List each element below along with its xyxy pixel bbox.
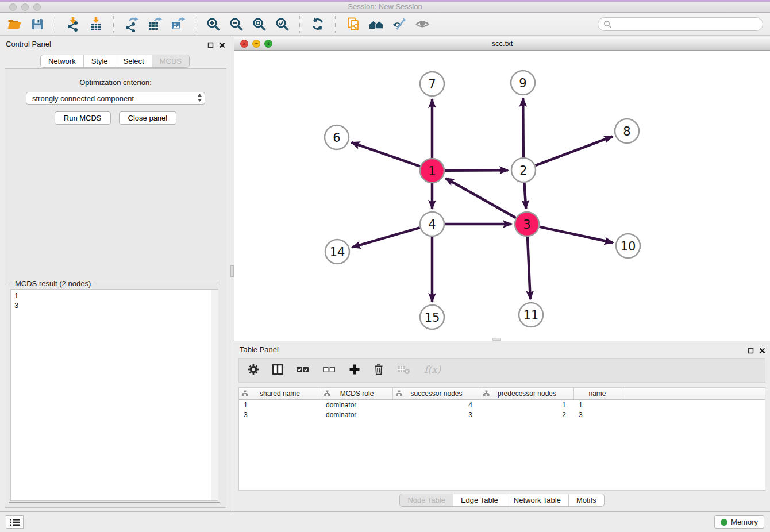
graph-node-11[interactable]: 11: [519, 303, 543, 327]
network-window-titlebar[interactable]: ✕ − + scc.txt: [234, 37, 770, 51]
graph-edge-2-8[interactable]: [536, 137, 613, 166]
network-canvas[interactable]: 7968124314101511: [234, 51, 770, 341]
float-panel-icon[interactable]: [207, 40, 214, 51]
close-panel-icon[interactable]: [219, 40, 225, 51]
zoom-fit-button[interactable]: [251, 16, 268, 33]
vertical-splitter[interactable]: [230, 36, 234, 511]
plus-icon: [348, 363, 361, 376]
graph-node-9[interactable]: 9: [511, 71, 535, 95]
run-mcds-button[interactable]: Run MCDS: [55, 111, 111, 125]
graph-edge-3-1[interactable]: [446, 178, 516, 218]
export-network-icon: [124, 17, 139, 32]
export-table-button[interactable]: [146, 16, 163, 33]
table-row[interactable]: 3dominator323: [239, 410, 765, 419]
tab-mcds[interactable]: MCDS: [152, 55, 189, 67]
graph-edge-3-10[interactable]: [540, 227, 613, 243]
graph-node-6[interactable]: 6: [325, 125, 349, 149]
zoom-selected-button[interactable]: [274, 16, 291, 33]
minimize-network-button[interactable]: −: [252, 40, 260, 48]
graph-edge-2-9[interactable]: [523, 98, 523, 157]
task-history-button[interactable]: [6, 515, 24, 529]
close-panel-button[interactable]: Close panel: [119, 111, 177, 125]
column-tree-icon: [242, 390, 248, 398]
close-table-panel-icon[interactable]: [759, 346, 765, 356]
column-header-predecessor-nodes[interactable]: predecessor nodes: [480, 388, 574, 399]
delete-table-button[interactable]: [396, 363, 411, 378]
table-tab-edge-table[interactable]: Edge Table: [453, 494, 506, 506]
graph-node-1[interactable]: 1: [420, 159, 444, 183]
show-all-button[interactable]: [414, 16, 431, 33]
maximize-network-button[interactable]: +: [264, 40, 272, 48]
table-settings-gear-button[interactable]: [247, 363, 260, 378]
table-panel-title: Table Panel: [240, 345, 279, 354]
import-network-button[interactable]: [64, 16, 82, 33]
svg-text:4: 4: [428, 218, 436, 232]
graph-node-3[interactable]: 3: [515, 212, 539, 236]
maximize-window-button[interactable]: [33, 3, 41, 11]
graph-node-8[interactable]: 8: [615, 119, 639, 143]
result-scrollbar[interactable]: [211, 290, 218, 500]
tab-network[interactable]: Network: [41, 55, 83, 67]
graph-node-10[interactable]: 10: [616, 234, 640, 258]
update-view-button[interactable]: [309, 16, 326, 33]
duplicate-network-button[interactable]: [345, 16, 362, 33]
search-box[interactable]: [598, 17, 763, 31]
zoom-in-button[interactable]: [205, 16, 222, 33]
home-button[interactable]: [368, 16, 385, 33]
add-column-button[interactable]: [348, 363, 361, 378]
column-header-mcds-role[interactable]: MCDS role: [321, 388, 393, 399]
float-table-panel-icon[interactable]: [748, 346, 754, 356]
column-tree-icon: [396, 390, 402, 398]
open-file-button[interactable]: [6, 16, 23, 33]
memory-button[interactable]: Memory: [714, 515, 764, 529]
control-panel-tabs: NetworkStyleSelectMCDS: [40, 55, 190, 68]
mcds-result-list[interactable]: 1 3: [10, 289, 218, 501]
graph-edge-2-3[interactable]: [524, 183, 526, 209]
svg-text:11: 11: [523, 309, 539, 322]
export-image-icon: [170, 17, 185, 32]
import-table-button[interactable]: [87, 16, 105, 33]
graph-node-2[interactable]: 2: [511, 158, 536, 182]
zoom-out-button[interactable]: [228, 16, 245, 33]
tab-select[interactable]: Select: [116, 55, 152, 67]
column-header-shared-name[interactable]: shared name: [239, 388, 321, 399]
status-bar: Memory: [0, 511, 770, 532]
graph-edge-4-14[interactable]: [352, 228, 420, 247]
canvas-bottom-grip[interactable]: [492, 338, 501, 341]
table-row[interactable]: 1dominator411: [239, 400, 765, 410]
hide-selected-button[interactable]: [391, 16, 408, 33]
minimize-window-button[interactable]: [21, 3, 29, 11]
save-session-button[interactable]: [29, 16, 46, 33]
list-icon: [10, 518, 20, 526]
cell-mcds-role: dominator: [321, 401, 393, 409]
graph-edge-1-6[interactable]: [351, 142, 420, 167]
table-toolbar: f(x): [238, 358, 765, 383]
table-tab-node-table[interactable]: Node Table: [400, 494, 453, 506]
svg-text:6: 6: [333, 131, 340, 145]
deselect-all-button[interactable]: [322, 363, 337, 378]
graph-edge-1-2[interactable]: [445, 170, 508, 171]
column-header-successor-nodes[interactable]: successor nodes: [393, 388, 480, 399]
delete-column-button[interactable]: [372, 363, 385, 378]
select-all-button[interactable]: [295, 363, 310, 378]
search-input[interactable]: [615, 20, 757, 29]
tab-style[interactable]: Style: [83, 55, 116, 67]
graph-edge-3-11[interactable]: [528, 237, 530, 299]
svg-text:7: 7: [428, 78, 436, 91]
export-network-button[interactable]: [123, 16, 140, 33]
table-tab-motifs[interactable]: Motifs: [568, 494, 604, 506]
graph-node-7[interactable]: 7: [420, 72, 444, 96]
column-tree-icon: [324, 390, 330, 398]
show-columns-button[interactable]: [271, 363, 284, 378]
apply-function-button[interactable]: f(x): [423, 363, 444, 379]
graph-node-4[interactable]: 4: [420, 212, 444, 236]
desktop-edge: [0, 0, 770, 2]
graph-node-14[interactable]: 14: [325, 240, 349, 264]
column-header-name[interactable]: name: [574, 388, 621, 399]
table-tab-network-table[interactable]: Network Table: [506, 494, 568, 506]
close-window-button[interactable]: [9, 3, 17, 11]
graph-node-15[interactable]: 15: [420, 305, 444, 329]
export-image-button[interactable]: [169, 16, 186, 33]
close-network-button[interactable]: ✕: [240, 40, 248, 48]
optimization-criterion-select[interactable]: strongly connected component: [26, 92, 205, 105]
